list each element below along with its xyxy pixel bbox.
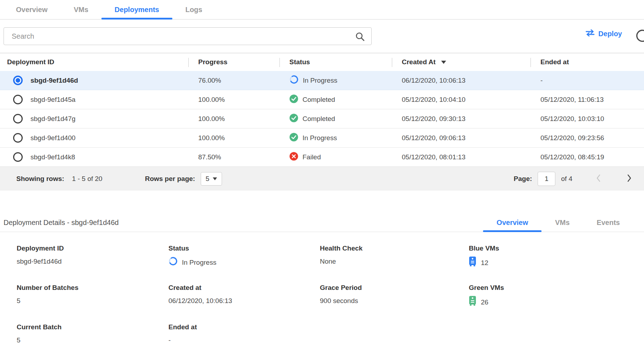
showing-rows-value: 1 - 5 of 20 <box>72 175 102 183</box>
field-value: In Progress <box>182 258 216 268</box>
field-label: Number of Batches <box>17 284 168 292</box>
column-header-created-at[interactable]: Created At <box>392 53 531 71</box>
field-value: 900 seconds <box>320 296 469 306</box>
sort-desc-icon <box>441 61 446 64</box>
server-green-icon <box>469 296 477 309</box>
page-label: Page: <box>514 175 532 183</box>
check-circle-icon <box>289 114 298 124</box>
search-input[interactable] <box>4 28 371 45</box>
progress-value: 87.50% <box>188 153 279 161</box>
rows-per-page-label: Rows per page: <box>145 175 195 183</box>
column-header-deployment-id: Deployment ID <box>0 53 188 71</box>
in-progress-spinner-icon <box>289 75 299 86</box>
field-label: Blue VMs <box>469 244 644 253</box>
field-value: 26 <box>481 297 488 307</box>
row-radio-selected[interactable] <box>13 76 23 85</box>
in-progress-spinner-icon <box>168 257 178 269</box>
table-row[interactable]: sbgd-9ef1d400 100.00% In Progress 05/12/… <box>0 128 644 148</box>
details-tab-events[interactable]: Events <box>583 213 633 232</box>
field-blue-vms: Blue VMs 12 <box>469 244 644 269</box>
progress-value: 100.00% <box>188 115 279 123</box>
status-label: In Progress <box>303 77 337 84</box>
details-tab-overview[interactable]: Overview <box>483 213 542 232</box>
progress-value: 100.00% <box>188 96 279 104</box>
field-label: Ended at <box>168 323 320 331</box>
server-blue-icon <box>469 257 477 269</box>
created-at-value: 05/12/2020, 09:30:13 <box>392 115 531 123</box>
field-label: Green VMs <box>469 284 644 292</box>
check-circle-icon <box>289 94 298 105</box>
chevron-down-icon <box>213 177 217 180</box>
search-box <box>4 27 372 45</box>
page-number-input[interactable] <box>538 172 555 186</box>
swap-arrows-icon <box>585 29 595 38</box>
tab-overview[interactable]: Overview <box>3 0 61 19</box>
deploy-button-label: Deploy <box>598 30 622 38</box>
deployment-details: Deployment Details - sbgd-9ef1d46d Overv… <box>0 213 644 345</box>
search-icon <box>355 32 365 43</box>
row-radio[interactable] <box>13 152 23 162</box>
table-footer: Showing rows: 1 - 5 of 20 Rows per page:… <box>0 167 644 191</box>
refresh-button[interactable] <box>635 28 644 43</box>
deploy-button[interactable]: Deploy <box>585 29 622 38</box>
progress-value: 76.00% <box>188 77 279 84</box>
field-label: Status <box>168 244 320 253</box>
row-radio[interactable] <box>13 133 23 143</box>
showing-rows-label: Showing rows: <box>16 175 64 183</box>
column-header-progress: Progress <box>188 53 279 71</box>
details-title: Deployment Details - sbgd-9ef1d46d <box>4 219 119 227</box>
tab-deployments[interactable]: Deployments <box>101 0 172 19</box>
pagination: Page: of 4 <box>514 172 633 186</box>
field-value: sbgd-9ef1d46d <box>17 257 168 266</box>
deployment-id: sbgd-9ef1d4k8 <box>30 153 75 161</box>
table-row[interactable]: sbgd-9ef1d4k8 87.50% Failed 05/12/2020, … <box>0 148 644 167</box>
details-tab-vms[interactable]: VMs <box>542 213 583 232</box>
table-row[interactable]: sbgd-9ef1d47g 100.00% Completed 05/12/20… <box>0 109 644 128</box>
deployment-id: sbgd-9ef1d400 <box>30 134 76 142</box>
field-label: Grace Period <box>320 284 469 292</box>
next-page-button[interactable] <box>625 172 633 185</box>
table-header: Deployment ID Progress Status Created At… <box>0 53 644 71</box>
toolbar: Deploy <box>0 20 644 53</box>
table-row[interactable]: sbgd-9ef1d45a 100.00% Completed 05/12/20… <box>0 90 644 109</box>
deployments-table: Deployment ID Progress Status Created At… <box>0 53 644 191</box>
created-at-value: 05/12/2020, 08:01:13 <box>392 153 531 161</box>
ended-at-value: - <box>531 77 644 84</box>
column-header-status: Status <box>279 53 392 71</box>
field-value: None <box>320 257 469 266</box>
status-label: Completed <box>302 96 335 104</box>
status-label: Failed <box>302 153 321 161</box>
field-label: Health Check <box>320 244 469 253</box>
field-health-check: Health Check None <box>320 244 469 269</box>
field-deployment-id: Deployment ID sbgd-9ef1d46d <box>17 244 168 269</box>
tab-logs[interactable]: Logs <box>172 0 216 19</box>
field-green-vms: Green VMs 26 <box>469 284 644 309</box>
field-label: Deployment ID <box>17 244 168 253</box>
column-header-ended-at: Ended at <box>531 53 644 71</box>
table-row[interactable]: sbgd-9ef1d46d 76.00% In Progress 06/12/2… <box>0 71 644 90</box>
ended-at-value: 05/12/2020, 09:23:56 <box>531 134 644 142</box>
field-grace-period: Grace Period 900 seconds <box>320 284 469 309</box>
previous-page-button[interactable] <box>594 172 603 185</box>
status-label: Completed <box>302 115 335 123</box>
rows-per-page-select[interactable]: 5 <box>201 172 222 186</box>
field-label: Current Batch <box>17 323 168 331</box>
row-radio[interactable] <box>13 114 23 123</box>
field-label: Created at <box>168 284 320 292</box>
top-tab-bar: Overview VMs Deployments Logs <box>0 0 644 20</box>
deployment-id: sbgd-9ef1d45a <box>30 96 76 104</box>
tab-vms[interactable]: VMs <box>61 0 101 19</box>
ended-at-value: 05/12/2020, 10:03:10 <box>531 115 644 123</box>
page-total: of 4 <box>561 175 572 183</box>
field-created-at: Created at 06/12/2020, 10:06:13 <box>168 284 320 309</box>
created-at-value: 05/12/2020, 10:04:10 <box>392 96 531 104</box>
field-value: 12 <box>481 258 488 268</box>
progress-value: 100.00% <box>188 134 279 142</box>
field-value: 5 <box>17 335 168 345</box>
rows-per-page-value: 5 <box>206 175 210 183</box>
ended-at-value: 05/12/2020, 11:06:13 <box>531 96 644 104</box>
row-radio[interactable] <box>13 95 23 104</box>
details-grid: Deployment ID sbgd-9ef1d46d Status In Pr… <box>0 232 644 345</box>
field-value: 5 <box>17 296 168 306</box>
x-circle-icon <box>289 152 298 163</box>
